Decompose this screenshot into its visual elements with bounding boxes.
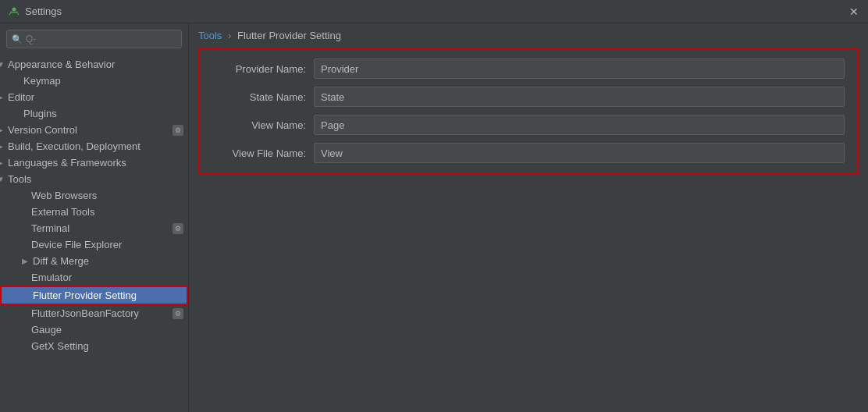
form-row-provider-name: Provider Name:: [212, 59, 845, 79]
title-bar: Settings ✕: [0, 0, 868, 23]
search-icon: 🔍: [12, 34, 23, 44]
form-row-view-name: View Name:: [212, 115, 845, 135]
sidebar-item-languages-frameworks[interactable]: ▶ Languages & Frameworks: [0, 154, 188, 171]
state-name-input[interactable]: [314, 87, 845, 107]
sidebar-item-label: GetX Setting: [31, 340, 89, 352]
breadcrumb: Tools › Flutter Provider Setting: [189, 23, 868, 48]
form-row-state-name: State Name:: [212, 87, 845, 107]
sidebar-item-flutter-json-bean-factory[interactable]: FlutterJsonBeanFactory ⚙: [0, 305, 188, 321]
sidebar-item-label: Tools: [8, 173, 31, 185]
arrow-icon: ▶: [22, 257, 31, 265]
sidebar-item-label: Flutter Provider Setting: [33, 289, 137, 301]
sidebar-item-label: Emulator: [31, 272, 72, 283]
arrow-icon: ▶: [0, 158, 6, 167]
sidebar-item-flutter-provider-setting[interactable]: Flutter Provider Setting: [0, 286, 188, 305]
arrow-icon: ▼: [0, 175, 6, 183]
sidebar-tree: ▼ Appearance & Behavior Keymap ▶ Editor …: [0, 55, 188, 412]
sidebar-item-terminal[interactable]: Terminal ⚙: [0, 220, 188, 236]
sidebar-item-getx-setting[interactable]: GetX Setting: [0, 338, 188, 354]
sidebar-item-editor[interactable]: ▶ Editor: [0, 89, 188, 105]
sidebar-item-label: Languages & Frameworks: [8, 157, 126, 169]
sidebar-item-label: Appearance & Behavior: [8, 59, 115, 70]
state-name-label: State Name:: [212, 91, 314, 103]
sidebar-item-label: Plugins: [23, 108, 57, 119]
sidebar-item-label: Terminal: [31, 222, 69, 234]
sidebar-item-plugins[interactable]: Plugins: [0, 105, 188, 122]
arrow-icon: ▶: [0, 93, 6, 101]
sidebar-item-device-file-explorer[interactable]: Device File Explorer: [0, 236, 188, 253]
breadcrumb-part-1[interactable]: Tools: [198, 30, 222, 41]
provider-name-input[interactable]: [314, 59, 845, 79]
search-box[interactable]: 🔍 Q-: [6, 30, 182, 48]
sidebar-item-tools[interactable]: ▼ Tools: [0, 171, 188, 187]
sidebar-item-web-browsers[interactable]: Web Browsers: [0, 187, 188, 204]
view-file-name-input[interactable]: [314, 143, 845, 163]
sidebar-item-gauge[interactable]: Gauge: [0, 321, 188, 338]
sidebar: 🔍 Q- ▼ Appearance & Behavior Keymap ▶ Ed…: [0, 23, 189, 412]
arrow-icon: ▶: [0, 126, 6, 134]
search-placeholder: Q-: [26, 34, 36, 44]
app-icon: [8, 5, 20, 18]
badge-icon: ⚙: [173, 125, 183, 136]
sidebar-item-label: Web Browsers: [31, 190, 97, 201]
window-title: Settings: [25, 5, 848, 17]
provider-name-label: Provider Name:: [212, 63, 314, 75]
sidebar-item-label: Editor: [8, 91, 34, 103]
sidebar-item-label: Device File Explorer: [31, 239, 122, 250]
content-area: Tools › Flutter Provider Setting Provide…: [189, 23, 868, 412]
arrow-icon: ▶: [0, 142, 6, 151]
sidebar-item-label: Build, Execution, Deployment: [8, 140, 141, 152]
svg-line-2: [16, 11, 19, 15]
sidebar-item-label: Version Control: [8, 124, 77, 136]
sidebar-item-appearance-behavior[interactable]: ▼ Appearance & Behavior: [0, 56, 188, 73]
arrow-icon: ▼: [0, 60, 6, 69]
sidebar-item-label: FlutterJsonBeanFactory: [31, 307, 139, 319]
view-name-input[interactable]: [314, 115, 845, 135]
view-name-label: View Name:: [212, 119, 314, 131]
form-panel: Provider Name: State Name: View Name: Vi…: [198, 48, 859, 174]
badge-icon: ⚙: [173, 308, 183, 319]
badge-icon: ⚙: [173, 223, 183, 234]
sidebar-item-label: External Tools: [31, 206, 94, 218]
view-file-name-label: View File Name:: [212, 147, 314, 159]
breadcrumb-separator: ›: [228, 30, 234, 41]
sidebar-item-label: Keymap: [23, 75, 61, 87]
main-layout: 🔍 Q- ▼ Appearance & Behavior Keymap ▶ Ed…: [0, 23, 868, 412]
svg-point-0: [12, 7, 16, 11]
close-button[interactable]: ✕: [848, 5, 860, 18]
sidebar-item-build-execution-deployment[interactable]: ▶ Build, Execution, Deployment: [0, 138, 188, 154]
sidebar-item-external-tools[interactable]: External Tools: [0, 204, 188, 220]
sidebar-item-emulator[interactable]: Emulator: [0, 269, 188, 286]
breadcrumb-part-2: Flutter Provider Setting: [237, 30, 341, 41]
sidebar-item-label: Gauge: [31, 324, 62, 336]
svg-line-1: [9, 11, 12, 15]
sidebar-item-version-control[interactable]: ▶ Version Control ⚙: [0, 122, 188, 138]
sidebar-item-label: Diff & Merge: [33, 255, 89, 267]
sidebar-item-keymap[interactable]: Keymap: [0, 73, 188, 89]
sidebar-item-diff-merge[interactable]: ▶ Diff & Merge: [0, 253, 188, 269]
form-row-view-file-name: View File Name:: [212, 143, 845, 163]
